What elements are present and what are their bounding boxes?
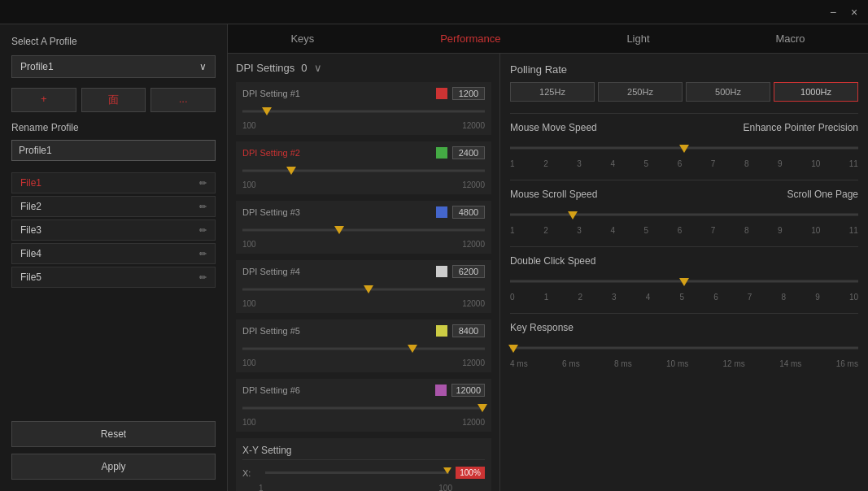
mouse-move-labels: 1234567891011 xyxy=(510,159,858,168)
more-options-button[interactable]: ... xyxy=(150,88,216,112)
polling-rate-title: Polling Rate xyxy=(510,63,858,76)
dpi-color-2 xyxy=(436,147,447,159)
dpi-color-1 xyxy=(436,88,447,99)
mouse-move-slider[interactable] xyxy=(510,138,858,158)
dpi-settings-value: 0 xyxy=(301,62,307,74)
file-name: File4 xyxy=(20,248,41,259)
file-name: File1 xyxy=(20,177,41,189)
dpi-slider-4[interactable] xyxy=(242,281,485,298)
dpi-dropdown-arrow[interactable]: ∨ xyxy=(314,62,322,74)
double-click-speed-section: Double Click Speed 012345678910 xyxy=(510,255,858,302)
list-item[interactable]: File4 ✏ xyxy=(11,243,216,264)
dpi-slider-1[interactable] xyxy=(242,103,485,119)
profile-name: Profile1 xyxy=(20,61,54,72)
edit-icon: ✏ xyxy=(199,249,207,259)
dpi-color-5 xyxy=(436,325,447,337)
apply-button[interactable]: Apply xyxy=(11,454,216,480)
dpi-value-6: 12000 xyxy=(451,384,485,397)
list-item[interactable]: File2 ✏ xyxy=(11,196,216,217)
dpi-name-6: DPI Setting #6 xyxy=(242,385,300,395)
dpi-name-2: DPI Setting #2 xyxy=(242,148,300,158)
dpi-settings-header: DPI Settings 0 ∨ xyxy=(236,62,491,74)
dropdown-arrow-icon: ∨ xyxy=(199,61,207,72)
performance-panel: DPI Settings 0 ∨ DPI Setting #1 1200 xyxy=(228,54,500,491)
delete-profile-button[interactable]: 面 xyxy=(81,88,146,112)
key-response-label: Key Response xyxy=(510,322,574,333)
dpi-value-3: 4800 xyxy=(452,206,485,219)
sidebar: Select A Profile Profile1 ∨ + 面 ... Rena… xyxy=(0,24,228,491)
content-area: Keys Performance Light Macro DPI Setting… xyxy=(228,24,868,491)
list-item[interactable]: File5 ✏ xyxy=(11,267,216,288)
tab-performance[interactable]: Performance xyxy=(416,24,525,53)
edit-icon: ✏ xyxy=(199,202,207,212)
dpi-item-1: DPI Setting #1 1200 10012000 xyxy=(236,82,491,135)
rate-125hz-button[interactable]: 125Hz xyxy=(510,82,595,102)
dpi-value-2: 2400 xyxy=(452,146,485,159)
rename-profile-label: Rename Profile xyxy=(11,122,216,133)
double-click-labels: 012345678910 xyxy=(510,293,858,302)
x-label: X: xyxy=(242,468,259,478)
xy-section: X-Y Setting X: 100% 1100 Y: xyxy=(236,438,491,491)
close-button[interactable]: × xyxy=(847,6,861,19)
add-profile-button[interactable]: + xyxy=(11,88,76,112)
dpi-name-3: DPI Setting #3 xyxy=(242,207,300,217)
key-response-slider[interactable] xyxy=(510,338,858,358)
dpi-name-1: DPI Setting #1 xyxy=(242,89,300,98)
dpi-item-6: DPI Setting #6 12000 10012000 xyxy=(236,379,491,432)
mouse-scroll-speed-label: Mouse Scroll Speed xyxy=(510,189,597,200)
dpi-slider-2[interactable] xyxy=(242,163,485,179)
window-controls: − × xyxy=(826,6,861,19)
rate-500hz-button[interactable]: 500Hz xyxy=(686,82,770,102)
dpi-value-1: 1200 xyxy=(452,87,485,100)
xy-header: X-Y Setting xyxy=(242,445,485,460)
dpi-name-5: DPI Setting #5 xyxy=(242,326,300,336)
tab-light[interactable]: Light xyxy=(602,24,674,53)
dpi-color-4 xyxy=(436,266,447,277)
rate-250hz-button[interactable]: 250Hz xyxy=(598,82,683,102)
x-slider[interactable] xyxy=(265,471,449,474)
x-value: 100% xyxy=(456,467,485,479)
x-row: X: 100% xyxy=(242,467,485,479)
mouse-scroll-slider[interactable] xyxy=(510,205,858,224)
polling-panel: Polling Rate 125Hz 250Hz 500Hz 1000Hz Mo… xyxy=(500,54,868,491)
polling-rate-buttons: 125Hz 250Hz 500Hz 1000Hz xyxy=(510,82,858,102)
dpi-item-4: DPI Setting #4 6200 10012000 xyxy=(236,260,491,313)
panels: DPI Settings 0 ∨ DPI Setting #1 1200 xyxy=(228,54,868,491)
title-bar: − × xyxy=(0,0,868,24)
tab-macro[interactable]: Macro xyxy=(751,24,829,53)
key-response-section: Key Response 4 ms6 ms8 ms10 ms12 ms14 ms… xyxy=(510,322,858,368)
dpi-settings-label: DPI Settings xyxy=(236,62,294,74)
rate-1000hz-button[interactable]: 1000Hz xyxy=(774,82,858,102)
file-name: File2 xyxy=(20,201,41,212)
dpi-color-3 xyxy=(436,206,447,218)
file-name: File3 xyxy=(20,224,41,236)
dpi-item-2: DPI Setting #2 2400 10012000 xyxy=(236,141,491,194)
dpi-slider-6[interactable] xyxy=(242,400,485,416)
minimize-button[interactable]: − xyxy=(826,6,840,19)
dpi-slider-3[interactable] xyxy=(242,222,485,238)
double-click-speed-label: Double Click Speed xyxy=(510,255,595,267)
select-profile-label: Select A Profile xyxy=(11,36,216,47)
reset-button[interactable]: Reset xyxy=(11,421,216,447)
dpi-color-6 xyxy=(435,385,447,396)
list-item[interactable]: File3 ✏ xyxy=(11,219,216,241)
edit-icon: ✏ xyxy=(199,272,207,283)
profile-actions: + 面 ... xyxy=(11,88,216,112)
dpi-item-5: DPI Setting #5 8400 10012000 xyxy=(236,319,491,372)
tab-keys[interactable]: Keys xyxy=(266,24,338,53)
mouse-move-speed-section: Mouse Move Speed Enhance Pointer Precisi… xyxy=(510,122,858,168)
file-list: File1 ✏ File2 ✏ File3 ✏ File4 ✏ File5 ✏ xyxy=(11,172,216,410)
edit-icon: ✏ xyxy=(199,225,207,236)
scroll-one-page-label: Scroll One Page xyxy=(787,189,858,200)
file-name: File5 xyxy=(20,272,41,283)
dpi-value-5: 8400 xyxy=(452,324,485,337)
dpi-slider-5[interactable] xyxy=(242,341,485,357)
dpi-name-4: DPI Setting #4 xyxy=(242,267,300,276)
mouse-move-speed-label: Mouse Move Speed xyxy=(510,122,597,133)
profile-dropdown[interactable]: Profile1 ∨ xyxy=(11,55,216,78)
double-click-slider[interactable] xyxy=(510,272,858,291)
top-navigation: Keys Performance Light Macro xyxy=(228,24,868,54)
key-response-labels: 4 ms6 ms8 ms10 ms12 ms14 ms16 ms xyxy=(510,359,858,368)
list-item[interactable]: File1 ✏ xyxy=(11,172,216,193)
rename-profile-input[interactable] xyxy=(11,140,216,161)
